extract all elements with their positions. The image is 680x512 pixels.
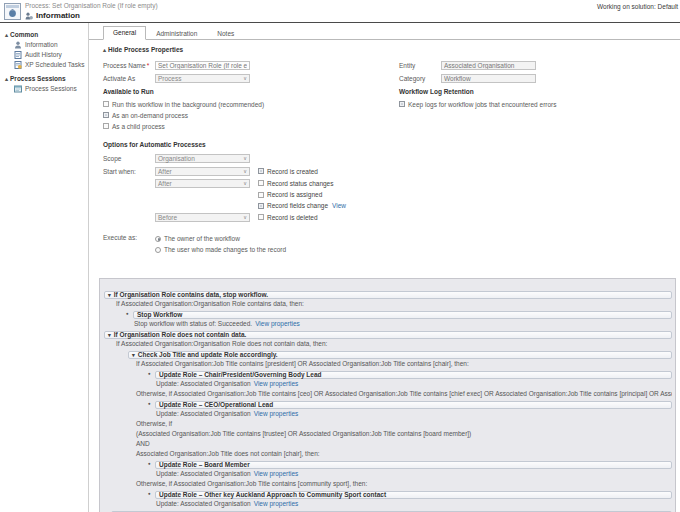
sidebar-item-information[interactable]: Information	[5, 40, 88, 50]
condition-expression: (Associated Organisation:Job Title conta…	[104, 429, 672, 439]
step-detail: Stop workflow with status of: Succeeded.…	[104, 319, 672, 329]
run-in-background-option: Run this workflow in the background (rec…	[103, 100, 399, 108]
step-bullet-icon: ●	[148, 369, 155, 379]
process-name-input[interactable]	[155, 61, 250, 70]
condition-expression: Associated Organisation:Job Title does n…	[104, 449, 672, 459]
view-properties-link[interactable]: View properties	[254, 380, 299, 387]
execute-as-label: Execute as:	[103, 234, 155, 256]
chevron-down-icon: ∨	[243, 75, 247, 81]
keep-logs-checkbox[interactable]	[399, 101, 405, 107]
record-created-checkbox[interactable]	[258, 168, 264, 174]
sidebar-section-common[interactable]: ▴Common	[5, 30, 88, 40]
information-icon	[14, 41, 22, 49]
step-bar[interactable]: Stop Workflow	[133, 311, 672, 319]
activate-as-select[interactable]: Process∨	[155, 74, 250, 83]
process-label: Process: Set Organisation Role (If role …	[25, 2, 158, 10]
child-process-checkbox[interactable]	[103, 123, 109, 129]
collapse-triangle-icon: ▴	[103, 47, 106, 53]
process-window-icon	[4, 3, 21, 20]
process-name-label: Process Name*	[103, 62, 155, 69]
execute-as-owner-option: The owner of the workflow	[155, 234, 286, 243]
category-input[interactable]	[441, 74, 536, 83]
sidebar-item-label: Information	[25, 40, 58, 50]
record-deleted-checkbox[interactable]	[258, 214, 264, 220]
chevron-down-icon: ∨	[243, 180, 247, 186]
step-detail: Update: Associated OrganisationView prop…	[104, 499, 672, 509]
main-panel: General Administration Notes ▴Hide Proce…	[89, 23, 680, 512]
general-form: ▴Hide Process Properties Process Name* A…	[89, 46, 680, 256]
sidebar-item-label: Audit History	[25, 50, 62, 60]
hide-process-properties-toggle[interactable]: ▴Hide Process Properties	[103, 46, 680, 54]
execute-as-user-option: The user who made changes to the record	[155, 245, 286, 254]
step-bar[interactable]: Update Role – CEO/Operational Lead	[155, 401, 672, 409]
record-fields-change-checkbox[interactable]	[258, 203, 264, 209]
sidebar-item-audit-history[interactable]: Audit History	[5, 50, 88, 60]
condition-branch-header: ▾If Organisation Role does not contain d…	[104, 329, 672, 339]
title-bar: Process: Set Organisation Role (If role …	[0, 0, 680, 23]
run-in-background-checkbox[interactable]	[103, 101, 109, 107]
keep-logs-option: Keep logs for workflow jobs that encount…	[399, 100, 680, 108]
created-trigger-select[interactable]: After∨	[155, 167, 250, 176]
view-properties-link[interactable]: View properties	[254, 410, 299, 417]
condition-branch-header: ▾Check Job Title and update Role accordi…	[104, 349, 672, 359]
tab-notes[interactable]: Notes	[207, 27, 244, 40]
sidebar-item-xp-scheduled-tasks[interactable]: XP Scheduled Tasks	[5, 60, 88, 70]
tab-administration[interactable]: Administration	[146, 27, 207, 40]
process-sessions-icon	[14, 85, 22, 93]
view-properties-link[interactable]: View properties	[254, 500, 299, 507]
sidebar-item-process-sessions[interactable]: Process Sessions	[5, 84, 88, 94]
fields-change-view-link[interactable]: View	[332, 202, 346, 209]
step-detail: Update: Associated OrganisationView prop…	[104, 379, 672, 389]
condition-expression: Otherwise, if	[104, 419, 672, 429]
required-asterisk: *	[147, 62, 150, 69]
condition-bar[interactable]: ▾If Organisation Role does not contain d…	[104, 331, 672, 339]
collapse-triangle-icon: ▴	[5, 32, 8, 38]
tab-general[interactable]: General	[103, 26, 146, 40]
condition-bar[interactable]: ▾If Organisation Role contains data, sto…	[104, 291, 672, 299]
workflow-step: ● Stop Workflow	[104, 309, 672, 319]
category-label: Category	[399, 75, 441, 82]
entity-input[interactable]	[441, 61, 536, 70]
user-radio[interactable]	[155, 247, 161, 253]
condition-expression: If Associated Organisation:Job Title con…	[104, 359, 672, 369]
status-change-trigger-select[interactable]: After∨	[155, 179, 250, 188]
owner-radio[interactable]	[155, 236, 161, 242]
available-to-run-heading: Available to Run	[103, 88, 399, 96]
condition-expression: Otherwise, if Associated Organisation:Jo…	[104, 479, 672, 489]
sidebar-section-process-sessions[interactable]: ▴Process Sessions	[5, 74, 88, 84]
record-status-changes-checkbox[interactable]	[258, 180, 264, 186]
sidebar-item-label: Process Sessions	[25, 84, 77, 94]
workflow-step: ● Update Role – CEO/Operational Lead	[104, 399, 672, 409]
scope-label: Scope	[103, 155, 155, 162]
step-bar[interactable]: Update Role – Board Member	[155, 461, 672, 469]
step-detail: Update: Associated OrganisationView prop…	[104, 409, 672, 419]
step-bar[interactable]: Update Role – Chair/President/Governing …	[155, 371, 672, 379]
auto-options-heading: Options for Automatic Processes	[103, 141, 680, 149]
chevron-down-icon: ∨	[243, 168, 247, 174]
step-bullet-icon: ●	[126, 309, 133, 319]
workflow-step: ● Update Role – Board Member	[104, 459, 672, 469]
sidebar: ▴Common Information Audit History XP Sch…	[0, 23, 89, 512]
deleted-trigger-select[interactable]: Before∨	[155, 213, 250, 222]
information-page-icon	[25, 12, 33, 20]
collapse-triangle-icon: ▾	[132, 350, 135, 360]
sidebar-item-label: XP Scheduled Tasks	[25, 60, 84, 70]
entity-label: Entity	[399, 62, 441, 69]
child-process-option: As a child process	[103, 122, 399, 130]
view-properties-link[interactable]: View properties	[254, 470, 299, 477]
collapse-triangle-icon: ▾	[108, 330, 111, 340]
condition-bar[interactable]: ▾Check Job Title and update Role accordi…	[128, 351, 672, 359]
scope-select[interactable]: Organisation∨	[155, 154, 250, 163]
log-retention-heading: Workflow Log Retention	[399, 88, 680, 96]
condition-branch-header: ▾If Organisation Role contains data, sto…	[104, 289, 672, 299]
step-bullet-icon: ●	[148, 489, 155, 499]
on-demand-checkbox[interactable]	[103, 112, 109, 118]
start-when-label: Start when:	[103, 168, 155, 175]
workflow-step: ● Update Role – Other key Auckland Appro…	[104, 489, 672, 499]
collapse-triangle-icon: ▴	[5, 76, 8, 82]
record-assigned-checkbox[interactable]	[258, 192, 264, 198]
view-properties-link[interactable]: View properties	[255, 320, 300, 327]
step-bullet-icon: ●	[148, 459, 155, 469]
condition-expression: If Associated Organisation:Organisation …	[104, 339, 672, 349]
step-bar[interactable]: Update Role – Other key Auckland Approac…	[155, 491, 672, 499]
